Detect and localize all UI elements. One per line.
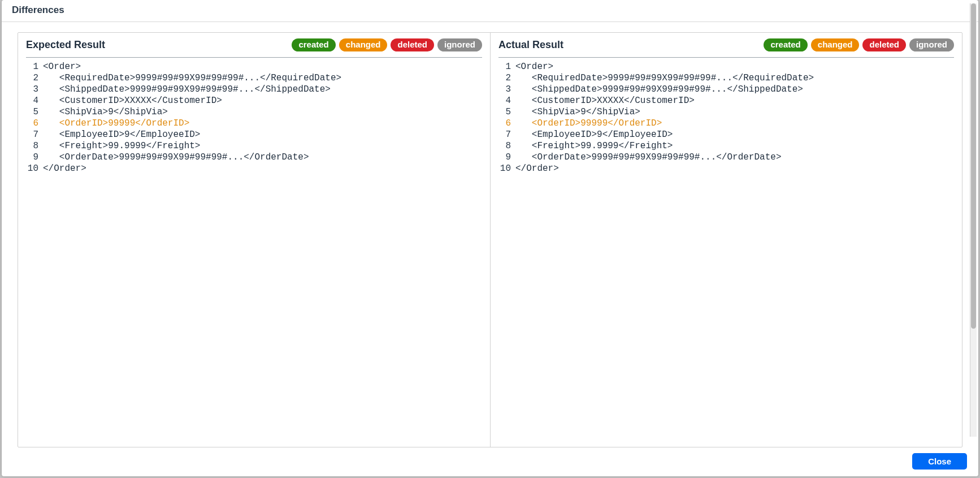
code-line[interactable]: 4 <CustomerID>XXXXX</CustomerID> [18, 95, 490, 106]
line-number: 10 [26, 163, 42, 174]
line-number: 6 [26, 118, 42, 129]
line-text: <RequiredDate>9999#99#99X99#99#99#...</R… [514, 72, 814, 84]
line-text: <ShipVia>9</ShipVia> [514, 106, 640, 118]
line-text: <EmployeeID>9</EmployeeID> [514, 129, 673, 140]
scrollbar-track[interactable] [970, 3, 977, 437]
compare-container: Expected Result created changed deleted … [18, 32, 962, 447]
line-number: 4 [498, 95, 514, 106]
code-line[interactable]: 7 <EmployeeID>9</EmployeeID> [18, 129, 490, 140]
line-text: <OrderDate>9999#99#99X99#99#99#...</Orde… [514, 152, 781, 163]
expected-badges: created changed deleted ignored [292, 38, 482, 51]
line-text: <Order> [514, 61, 553, 72]
code-line[interactable]: 8 <Freight>99.9999</Freight> [491, 140, 962, 152]
line-text: <ShippedDate>9999#99#99X99#99#99#...</Sh… [42, 84, 331, 95]
code-line[interactable]: 6 <OrderID>99999</OrderID> [18, 118, 490, 129]
line-number: 1 [498, 61, 514, 72]
code-line[interactable]: 9 <OrderDate>9999#99#99X99#99#99#...</Or… [18, 152, 490, 163]
expected-separator [26, 57, 482, 58]
line-text: <EmployeeID>9</EmployeeID> [42, 129, 200, 140]
line-text: <OrderID>99999</OrderID> [514, 118, 662, 129]
code-line[interactable]: 2 <RequiredDate>9999#99#99X99#99#99#...<… [491, 72, 962, 84]
actual-pane-head: Actual Result created changed deleted ig… [491, 33, 962, 55]
dialog-title: Differences [2, 0, 978, 22]
code-line[interactable]: 5 <ShipVia>9</ShipVia> [491, 106, 962, 118]
close-button[interactable]: Close [912, 453, 967, 470]
expected-pane-title: Expected Result [26, 39, 287, 51]
line-number: 2 [498, 72, 514, 84]
actual-badges: created changed deleted ignored [764, 38, 954, 51]
actual-pane-title: Actual Result [498, 39, 759, 51]
line-number: 8 [26, 140, 42, 152]
line-text: <OrderDate>9999#99#99X99#99#99#...</Orde… [42, 152, 309, 163]
actual-separator [498, 57, 954, 58]
code-line[interactable]: 1<Order> [491, 61, 962, 72]
expected-pane-head: Expected Result created changed deleted … [18, 33, 490, 55]
scrollbar-thumb[interactable] [971, 3, 976, 329]
badge-changed[interactable]: changed [811, 38, 860, 51]
line-number: 9 [498, 152, 514, 163]
line-number: 5 [498, 106, 514, 118]
line-text: <ShippedDate>9999#99#99X99#99#99#...</Sh… [514, 84, 803, 95]
code-line[interactable]: 3 <ShippedDate>9999#99#99X99#99#99#...</… [491, 84, 962, 95]
dialog-body: Expected Result created changed deleted … [2, 22, 978, 447]
line-text: </Order> [42, 163, 86, 174]
badge-created[interactable]: created [764, 38, 807, 51]
code-line[interactable]: 10</Order> [491, 163, 962, 174]
actual-pane: Actual Result created changed deleted ig… [490, 33, 962, 447]
line-number: 3 [498, 84, 514, 95]
code-line[interactable]: 7 <EmployeeID>9</EmployeeID> [491, 129, 962, 140]
line-number: 1 [26, 61, 42, 72]
differences-dialog: Differences Expected Result created chan… [2, 0, 978, 476]
code-line[interactable]: 6 <OrderID>99999</OrderID> [491, 118, 962, 129]
line-number: 7 [498, 129, 514, 140]
expected-code[interactable]: 1<Order>2 <RequiredDate>9999#99#99X99#99… [18, 59, 490, 447]
code-line[interactable]: 2 <RequiredDate>9999#99#99X99#99#99#...<… [18, 72, 490, 84]
line-number: 5 [26, 106, 42, 118]
code-line[interactable]: 9 <OrderDate>9999#99#99X99#99#99#...</Or… [491, 152, 962, 163]
line-number: 6 [498, 118, 514, 129]
line-text: <Freight>99.9999</Freight> [514, 140, 673, 152]
line-text: <CustomerID>XXXXX</CustomerID> [42, 95, 222, 106]
badge-ignored[interactable]: ignored [437, 38, 482, 51]
badge-deleted[interactable]: deleted [862, 38, 906, 51]
line-text: <CustomerID>XXXXX</CustomerID> [514, 95, 695, 106]
line-text: <OrderID>99999</OrderID> [42, 118, 189, 129]
badge-deleted[interactable]: deleted [391, 38, 434, 51]
actual-code[interactable]: 1<Order>2 <RequiredDate>9999#99#99X99#99… [491, 59, 962, 447]
line-number: 3 [26, 84, 42, 95]
code-line[interactable]: 1<Order> [18, 61, 490, 72]
code-line[interactable]: 5 <ShipVia>9</ShipVia> [18, 106, 490, 118]
code-line[interactable]: 10</Order> [18, 163, 490, 174]
expected-pane: Expected Result created changed deleted … [18, 33, 490, 447]
line-text: <Order> [42, 61, 81, 72]
line-text: <Freight>99.9999</Freight> [42, 140, 200, 152]
line-text: <ShipVia>9</ShipVia> [42, 106, 168, 118]
line-number: 10 [498, 163, 514, 174]
badge-changed[interactable]: changed [339, 38, 388, 51]
line-number: 7 [26, 129, 42, 140]
line-number: 9 [26, 152, 42, 163]
code-line[interactable]: 4 <CustomerID>XXXXX</CustomerID> [491, 95, 962, 106]
dialog-footer: Close [2, 447, 978, 476]
badge-created[interactable]: created [292, 38, 335, 51]
line-text: <RequiredDate>9999#99#99X99#99#99#...</R… [42, 72, 341, 84]
line-number: 2 [26, 72, 42, 84]
line-text: </Order> [514, 163, 559, 174]
badge-ignored[interactable]: ignored [909, 38, 954, 51]
code-line[interactable]: 3 <ShippedDate>9999#99#99X99#99#99#...</… [18, 84, 490, 95]
line-number: 8 [498, 140, 514, 152]
line-number: 4 [26, 95, 42, 106]
code-line[interactable]: 8 <Freight>99.9999</Freight> [18, 140, 490, 152]
